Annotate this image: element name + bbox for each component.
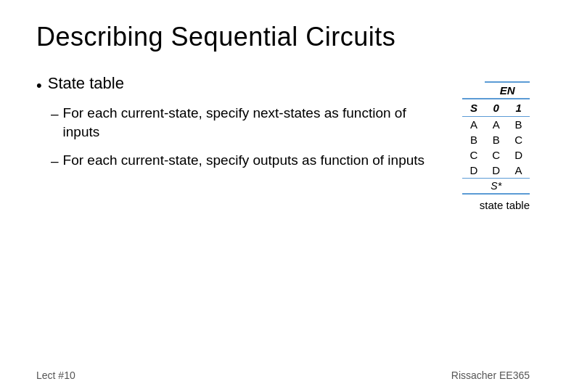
table-row: B B C: [462, 132, 530, 147]
sub-item-1: – For each current-state, specify next-s…: [51, 104, 440, 141]
row-b-v0: B: [485, 132, 507, 147]
header-row: S 0 1: [462, 99, 530, 117]
row-c-v0: C: [485, 147, 507, 163]
row-a-s: A: [462, 117, 485, 133]
slide-title: Describing Sequential Circuits: [36, 22, 530, 52]
bullet-dot: •: [36, 76, 42, 95]
table-area: EN S 0 1 A A B B B C C: [462, 81, 530, 211]
row-d-v1: A: [507, 163, 530, 179]
table-row: A A B: [462, 117, 530, 133]
sub-bullets: – For each current-state, specify next-s…: [51, 104, 440, 171]
slide-container: Describing Sequential Circuits • State t…: [0, 0, 566, 392]
sub-item-2: – For each current-state, specify output…: [51, 151, 440, 171]
row-b-v1: C: [507, 132, 530, 147]
col-s-header: S: [462, 99, 485, 117]
table-caption: state table: [480, 199, 530, 211]
state-table: EN S 0 1 A A B B B C C: [462, 81, 530, 195]
sstar-row: S*: [462, 179, 530, 195]
dash-2: –: [51, 152, 59, 171]
sstar-label: S*: [462, 179, 530, 195]
en-empty-cell: [462, 82, 485, 99]
text-area: • State table – For each current-state, …: [36, 74, 440, 181]
row-a-v0: A: [485, 117, 507, 133]
dash-1: –: [51, 105, 59, 123]
row-c-v1: D: [507, 147, 530, 163]
col-1-header: 1: [507, 99, 530, 117]
sub-item-2-text: For each current-state, specify outputs …: [63, 151, 424, 170]
main-bullet: • State table: [36, 74, 440, 95]
footer-left: Lect #10: [36, 369, 75, 381]
table-row: D D A: [462, 163, 530, 179]
row-a-v1: B: [507, 117, 530, 133]
row-b-s: B: [462, 132, 485, 147]
footer: Lect #10 Rissacher EE365: [36, 369, 530, 381]
sub-item-1-text: For each current-state, specify next-sta…: [63, 104, 441, 141]
en-label: EN: [485, 82, 530, 99]
en-header-row: EN: [462, 82, 530, 99]
bullet-label: State table: [48, 74, 124, 93]
content-area: • State table – For each current-state, …: [36, 74, 530, 211]
footer-right: Rissacher EE365: [451, 369, 530, 381]
table-row: C C D: [462, 147, 530, 163]
row-d-v0: D: [485, 163, 507, 179]
col-0-header: 0: [485, 99, 507, 117]
row-d-s: D: [462, 163, 485, 179]
row-c-s: C: [462, 147, 485, 163]
